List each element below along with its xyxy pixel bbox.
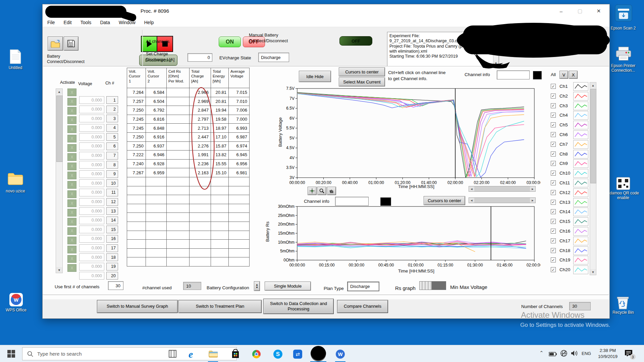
scroll-down-icon[interactable]: ▼ bbox=[590, 269, 596, 275]
activate-cell[interactable]: X bbox=[67, 135, 76, 142]
check-all-button[interactable]: V bbox=[559, 71, 568, 79]
novo-uzice-folder-label[interactable]: novo uzice bbox=[1, 189, 30, 194]
switch-manual-survey-button[interactable]: Switch to Manual Survey Graph bbox=[97, 300, 178, 313]
channel-checkbox[interactable]: ✓ bbox=[551, 200, 556, 205]
all-channels-on-button[interactable]: ON bbox=[219, 37, 241, 47]
channel-checkbox[interactable]: ✓ bbox=[551, 209, 556, 214]
channel-line-sample[interactable] bbox=[573, 179, 588, 187]
channel-line-sample[interactable] bbox=[573, 140, 588, 149]
activate-cell[interactable]: X bbox=[67, 255, 76, 263]
pan-tool-button[interactable] bbox=[327, 187, 336, 195]
crosshair-tool-button[interactable] bbox=[308, 187, 317, 195]
channel-checkbox[interactable]: ✓ bbox=[551, 190, 556, 195]
activate-cell[interactable]: X bbox=[67, 125, 76, 133]
activate-cell[interactable]: X bbox=[67, 246, 76, 253]
epson-scan-icon[interactable] bbox=[614, 4, 633, 24]
battery-icon[interactable] bbox=[549, 352, 557, 358]
channel-line-sample[interactable] bbox=[573, 198, 588, 207]
voltage-chart-hscrollbar[interactable]: ◄ ► bbox=[469, 186, 536, 192]
compare-channels-button[interactable]: Compare Channels bbox=[337, 300, 388, 313]
clock-date[interactable]: 10/9/2019 bbox=[594, 354, 621, 359]
channel-checkbox[interactable]: ✓ bbox=[551, 171, 556, 176]
legend-scrollbar[interactable]: ▲ ▼ bbox=[590, 82, 596, 275]
slider-handle[interactable] bbox=[420, 282, 432, 290]
wps-office-label[interactable]: WPS Office bbox=[1, 308, 32, 313]
start-button[interactable] bbox=[7, 350, 15, 359]
channel-checkbox[interactable]: ✓ bbox=[551, 122, 556, 127]
channel-line-sample[interactable] bbox=[573, 150, 588, 159]
battery-config-spinner[interactable]: ▲▼ bbox=[254, 281, 260, 291]
channel-checkbox[interactable]: ✓ bbox=[551, 103, 556, 108]
edge-icon[interactable]: e bbox=[189, 349, 199, 359]
scroll-up-icon[interactable]: ▲ bbox=[590, 82, 596, 88]
channel-checkbox[interactable]: ✓ bbox=[551, 94, 556, 99]
activate-cell[interactable]: X bbox=[67, 209, 76, 217]
activate-cell[interactable]: X bbox=[67, 88, 76, 96]
activate-cell[interactable]: X bbox=[67, 144, 76, 152]
evcharge-state-value[interactable]: Discharge bbox=[258, 53, 289, 62]
activate-cell[interactable]: X bbox=[67, 227, 76, 235]
menu-tools[interactable]: Tools bbox=[80, 20, 92, 25]
channel-line-sample[interactable] bbox=[573, 265, 588, 274]
save-button[interactable] bbox=[64, 37, 78, 51]
scroll-down-icon[interactable]: ▼ bbox=[56, 267, 62, 273]
titlebar[interactable]: Proc. # 8096 – ▢ ✕ bbox=[43, 4, 609, 18]
battery-config-value[interactable]: Single Module bbox=[265, 282, 311, 291]
wps-office-icon[interactable]: W bbox=[9, 293, 23, 306]
channel-checkbox[interactable]: ✓ bbox=[551, 142, 556, 147]
clock-time[interactable]: 2:38 PM bbox=[594, 348, 621, 353]
activate-cell[interactable]: X bbox=[67, 218, 76, 226]
scroll-right-icon[interactable]: ► bbox=[530, 186, 535, 191]
manual-battery-toggle[interactable]: OFF bbox=[339, 36, 372, 46]
channel-line-sample[interactable] bbox=[573, 130, 588, 139]
activate-cell[interactable]: X bbox=[67, 98, 76, 106]
activate-cell[interactable]: X bbox=[67, 264, 76, 272]
epson-printer-icon[interactable] bbox=[615, 46, 632, 62]
channel-line-sample[interactable] bbox=[573, 237, 588, 245]
uncheck-all-button[interactable]: X bbox=[569, 71, 578, 79]
voltage-chart[interactable]: 00:00:0000:20:0000:40:0001:00:0001:20:00… bbox=[275, 84, 540, 188]
use-first-input[interactable]: 30 bbox=[108, 281, 123, 290]
activate-cell[interactable]: X bbox=[67, 199, 76, 207]
channel-checkbox[interactable]: ✓ bbox=[551, 219, 556, 224]
channel-line-sample[interactable] bbox=[573, 227, 588, 236]
channel-checkbox[interactable]: ✓ bbox=[551, 257, 556, 262]
experiment-file-box[interactable]: Experiment File: 9_27_2019_at_14_6Discha… bbox=[387, 32, 499, 67]
menu-edit[interactable]: Edit bbox=[64, 20, 72, 25]
channel-checkbox[interactable]: ✓ bbox=[551, 161, 556, 166]
switch-treatment-plan-button[interactable]: Switch to Treatment Plan bbox=[178, 300, 262, 313]
menu-file[interactable]: File bbox=[47, 20, 55, 25]
teamviewer-icon[interactable]: ⇄ bbox=[293, 350, 302, 359]
channel-checkbox[interactable]: ✓ bbox=[551, 238, 556, 243]
open-file-button[interactable] bbox=[48, 37, 63, 51]
channel-checkbox[interactable]: ✓ bbox=[551, 229, 556, 234]
file-explorer-icon[interactable] bbox=[209, 350, 218, 359]
rs-chart[interactable]: 00:00:0000:15:0000:30:0000:45:0001:00:00… bbox=[272, 201, 540, 274]
channel-checkbox[interactable]: ✓ bbox=[551, 152, 556, 157]
menu-help[interactable]: Help bbox=[144, 20, 154, 25]
zoom-tool-button[interactable] bbox=[317, 187, 326, 195]
wps-taskbar-icon[interactable]: W bbox=[336, 350, 345, 359]
language-indicator[interactable]: ENG bbox=[582, 351, 591, 356]
untitled-file-icon[interactable] bbox=[9, 49, 22, 64]
channel-checkbox[interactable]: ✓ bbox=[551, 132, 556, 137]
spinner-down-icon[interactable]: ▼ bbox=[256, 286, 258, 289]
channel-line-sample[interactable] bbox=[573, 169, 588, 178]
maximize-button[interactable]: ▢ bbox=[571, 4, 589, 18]
activate-cell[interactable]: X bbox=[67, 172, 76, 179]
taskbar-search-input[interactable]: Type here to search bbox=[22, 347, 237, 360]
redacted-taskbar-icon[interactable] bbox=[311, 346, 326, 361]
scroll-left-icon[interactable]: ◄ bbox=[469, 186, 474, 191]
task-view-button[interactable] bbox=[169, 350, 176, 359]
novo-uzice-folder-icon[interactable] bbox=[7, 172, 23, 186]
recycle-bin-icon[interactable] bbox=[615, 295, 631, 310]
activate-cell[interactable]: X bbox=[67, 107, 76, 115]
activate-cell[interactable]: X bbox=[67, 163, 76, 170]
qr-tool-icon[interactable] bbox=[616, 177, 631, 190]
channel-line-sample[interactable] bbox=[573, 121, 588, 129]
channel-line-sample[interactable] bbox=[573, 82, 588, 91]
channel-line-sample[interactable] bbox=[573, 111, 588, 120]
experiment-scrollbar[interactable]: ▲ ▼ bbox=[493, 32, 499, 66]
scroll-up-icon[interactable]: ▲ bbox=[493, 33, 498, 38]
channel-checkbox[interactable]: ✓ bbox=[551, 267, 556, 272]
